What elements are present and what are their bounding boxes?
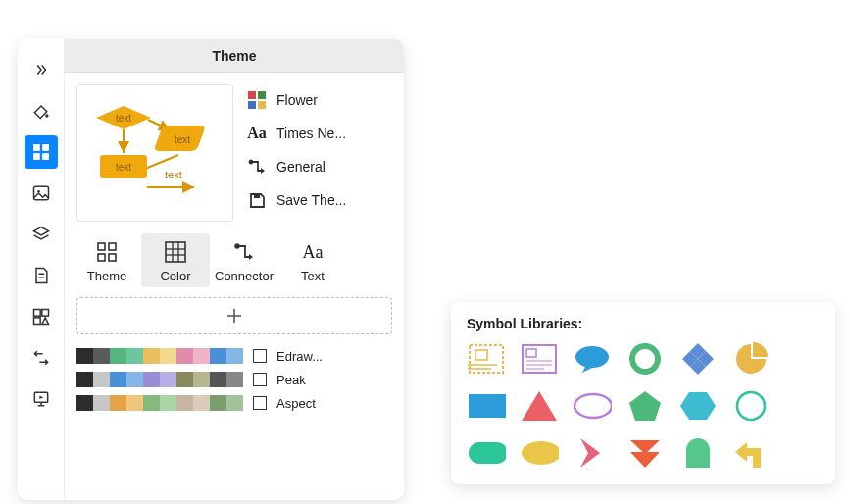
color-swatch[interactable] (143, 348, 160, 364)
sub-tab-theme[interactable]: Theme (73, 233, 141, 287)
symbol-circle-outline[interactable] (731, 388, 771, 424)
sub-tab-text[interactable]: Aa Text (278, 233, 347, 287)
svg-rect-7 (33, 310, 40, 317)
palette-row-edraw[interactable]: Edraw... (76, 348, 392, 364)
symbol-rounded-rect[interactable] (467, 435, 506, 471)
symbol-oval-outline[interactable] (573, 388, 612, 424)
presentation-tool[interactable] (25, 382, 58, 416)
layers-icon (31, 225, 51, 244)
sub-tab-color[interactable]: Color (141, 233, 210, 287)
palette-swatches (76, 348, 243, 364)
fill-tool[interactable] (25, 94, 58, 127)
symbol-scallop-circle[interactable] (625, 341, 665, 377)
symbol-ellipse[interactable] (520, 435, 559, 471)
color-swatch[interactable] (176, 348, 193, 364)
arrange-icon (31, 348, 51, 368)
color-swatch[interactable] (193, 395, 210, 411)
color-swatch[interactable] (76, 348, 93, 364)
components-tool[interactable] (25, 135, 58, 169)
sub-tab-connector[interactable]: Connector (210, 233, 278, 287)
color-swatch[interactable] (126, 372, 143, 387)
color-swatch[interactable] (110, 372, 126, 387)
symbol-pentagon[interactable] (625, 388, 665, 424)
palette-row-peak[interactable]: Peak (76, 372, 392, 387)
theme-option-label: General (276, 159, 325, 175)
color-swatch[interactable] (210, 372, 226, 387)
palette-name: Edraw... (276, 349, 323, 364)
svg-rect-21 (258, 101, 266, 109)
preview-diagram: text text text text (86, 94, 224, 212)
document-tool[interactable] (25, 259, 58, 292)
symbol-stamp[interactable] (467, 341, 506, 377)
svg-point-0 (45, 114, 48, 117)
connector-icon (247, 157, 267, 176)
color-swatch[interactable] (93, 372, 110, 387)
color-swatch[interactable] (160, 395, 176, 411)
layers-tool[interactable] (25, 218, 58, 251)
color-swatch[interactable] (193, 348, 210, 364)
theme-option-flower[interactable]: Flower (247, 90, 392, 110)
svg-text:text: text (165, 169, 182, 180)
symbol-card[interactable] (520, 341, 559, 377)
image-icon (31, 183, 51, 203)
svg-rect-24 (98, 243, 105, 250)
svg-point-49 (522, 441, 559, 465)
color-swatch[interactable] (93, 395, 110, 411)
color-swatch[interactable] (226, 348, 243, 364)
palette-row-aspect[interactable]: Aspect (76, 395, 392, 411)
theme-option-save[interactable]: Save The... (247, 190, 392, 210)
color-swatch[interactable] (210, 348, 226, 364)
sub-tabs: Theme Color Connector Aa Text (65, 233, 404, 297)
color-swatch[interactable] (126, 348, 143, 364)
color-swatch[interactable] (76, 372, 93, 387)
svg-rect-23 (254, 194, 260, 198)
color-swatch[interactable] (143, 395, 160, 411)
symbol-arch[interactable] (678, 435, 718, 471)
palette-list: Edraw... Peak Aspect (65, 348, 404, 411)
color-swatch[interactable] (143, 372, 160, 387)
symbol-pie[interactable] (731, 341, 771, 377)
symbol-chevron-right[interactable] (573, 435, 612, 471)
theme-option-connector[interactable]: General (247, 157, 392, 176)
symbol-libraries-title: Symbol Libraries: (467, 316, 820, 331)
arrange-tool[interactable] (25, 341, 58, 375)
image-tool[interactable] (25, 176, 58, 210)
color-swatch[interactable] (160, 372, 176, 387)
color-swatch[interactable] (226, 372, 243, 387)
color-swatch[interactable] (126, 395, 143, 411)
svg-text:text: text (116, 113, 131, 124)
palette-checkbox[interactable] (253, 349, 267, 363)
svg-rect-2 (42, 145, 48, 151)
symbol-speech[interactable] (573, 341, 612, 377)
color-swatch[interactable] (193, 372, 210, 387)
color-swatch[interactable] (93, 348, 110, 364)
symbol-rectangle[interactable] (467, 388, 506, 424)
shapes-icon (31, 307, 51, 327)
symbol-chevron-down[interactable] (625, 435, 665, 471)
color-swatch[interactable] (176, 395, 193, 411)
color-swatch[interactable] (110, 395, 126, 411)
shapes-tool[interactable] (25, 300, 58, 333)
color-swatch[interactable] (160, 348, 176, 364)
palette-checkbox[interactable] (253, 373, 267, 386)
svg-rect-9 (33, 318, 40, 325)
color-swatch[interactable] (176, 372, 193, 387)
symbol-hexagon[interactable] (678, 388, 718, 424)
theme-option-font[interactable]: Aa Times Ne... (247, 124, 392, 143)
color-swatch[interactable] (76, 395, 93, 411)
add-palette-button[interactable] (76, 297, 392, 334)
theme-preview[interactable]: text text text text (76, 84, 233, 222)
symbol-arrow-left-turn[interactable] (731, 435, 771, 471)
color-swatch[interactable] (210, 395, 226, 411)
color-swatch[interactable] (226, 395, 243, 411)
symbol-diamonds[interactable] (678, 341, 718, 377)
four-squares-icon (96, 241, 118, 263)
color-swatch[interactable] (110, 348, 126, 364)
panel-body: Theme text text text text (65, 39, 404, 500)
expand-button[interactable] (25, 53, 58, 86)
symbol-triangle[interactable] (520, 388, 559, 424)
svg-rect-20 (248, 101, 256, 109)
svg-point-43 (575, 346, 609, 368)
theme-panel: Theme text text text text (18, 39, 404, 500)
palette-checkbox[interactable] (253, 396, 267, 410)
